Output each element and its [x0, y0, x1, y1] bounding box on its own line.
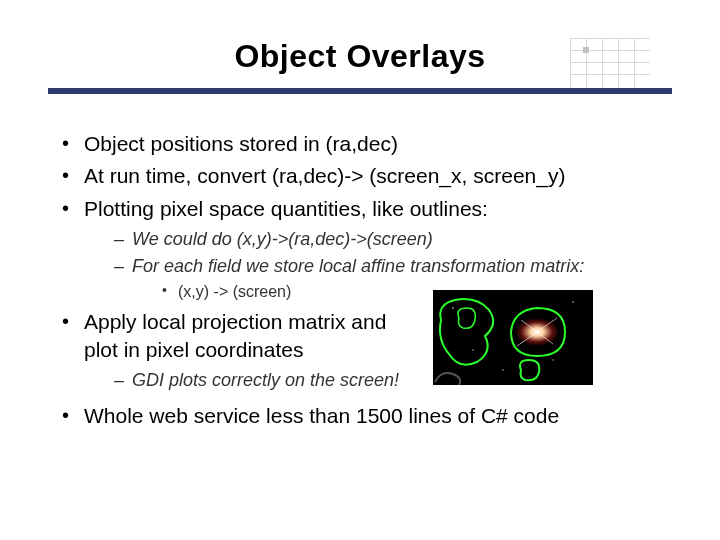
outline-overlay-figure [433, 290, 593, 385]
svg-point-2 [572, 301, 574, 303]
bullet-5: Whole web service less than 1500 lines o… [60, 402, 670, 430]
title-band: Object Overlays [0, 0, 720, 105]
svg-rect-0 [433, 290, 593, 385]
bullet-3-sub2-a-text: (x,y) -> (screen) [178, 283, 291, 300]
bullet-4-sub1: GDI plots correctly on the screen! [114, 368, 419, 393]
svg-point-4 [552, 359, 554, 361]
bullet-1: Object positions stored in (ra,dec) [60, 130, 670, 158]
svg-point-3 [502, 369, 504, 371]
bullet-4-text: Apply local projection matrix and plot i… [84, 310, 386, 361]
bullet-4-sub1-text: GDI plots correctly on the screen! [132, 370, 399, 390]
bullet-3-sub1: We could do (x,y)->(ra,dec)->(screen) [114, 227, 670, 252]
svg-point-5 [472, 349, 474, 351]
slide: Object Overlays Object positions stored … [0, 0, 720, 540]
bullet-3-sub2-a: (x,y) -> (screen) [162, 281, 670, 303]
slide-body: Object positions stored in (ra,dec) At r… [60, 130, 670, 434]
bullet-3-sub2-text: For each field we store local affine tra… [132, 256, 584, 276]
galaxy-outlines-icon [433, 290, 593, 385]
bullet-3: Plotting pixel space quantities, like ou… [60, 195, 670, 304]
bullet-3-sub1-text: We could do (x,y)->(ra,dec)->(screen) [132, 229, 433, 249]
bullet-3-text: Plotting pixel space quantities, like ou… [84, 197, 488, 220]
title-underline [48, 88, 672, 94]
bullet-2-text: At run time, convert (ra,dec)-> (screen_… [84, 164, 565, 187]
bullet-5-text: Whole web service less than 1500 lines o… [84, 404, 559, 427]
bullet-4: Apply local projection matrix and plot i… [60, 308, 670, 398]
bullet-1-text: Object positions stored in (ra,dec) [84, 132, 398, 155]
bullet-2: At run time, convert (ra,dec)-> (screen_… [60, 162, 670, 190]
slide-title: Object Overlays [0, 38, 720, 75]
svg-point-1 [452, 307, 454, 309]
